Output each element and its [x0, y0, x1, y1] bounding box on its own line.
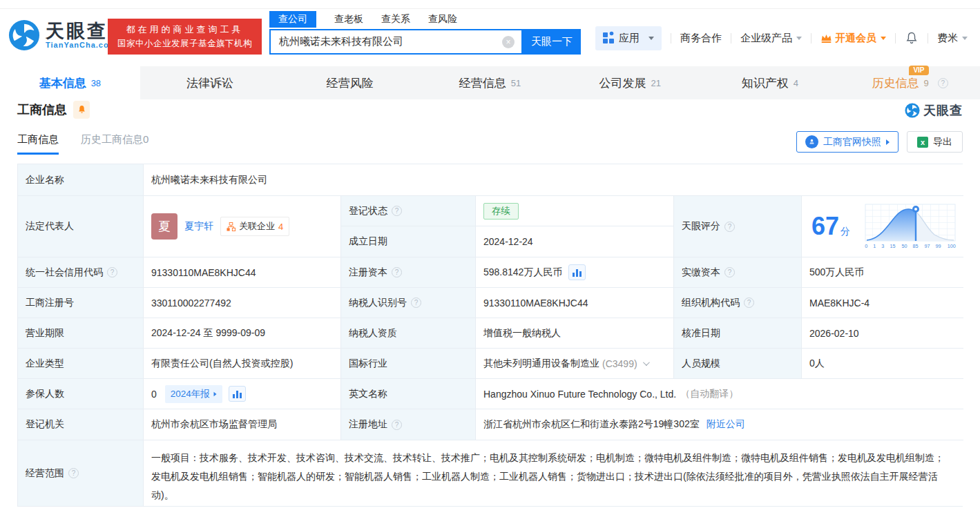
legal-rep-link[interactable]: 夏宇轩 — [184, 220, 213, 233]
top-divider — [0, 8, 980, 9]
taxpayer-id-value: 91330110MAE8KHJC44 — [476, 288, 674, 318]
divider — [671, 33, 671, 43]
help-icon[interactable]: ? — [392, 267, 402, 277]
reg-capital-cell: 598.8142万人民币 — [476, 257, 674, 288]
vip-badge: VIP — [909, 66, 928, 75]
field-label: 注册资本? — [341, 257, 476, 288]
search-input[interactable]: 杭州曦诺未来科技有限公司 × — [269, 29, 523, 55]
org-code-value: MAE8KHJC-4 — [802, 288, 963, 318]
search-tab-risk[interactable]: 查风险 — [428, 11, 457, 28]
help-icon[interactable]: ? — [411, 297, 421, 308]
chevron-down-icon — [962, 37, 968, 40]
insured-chart-icon[interactable] — [229, 386, 246, 402]
tab-operation-info[interactable]: 经营信息 51 — [420, 66, 560, 99]
company-name-value: 杭州曦诺未来科技有限公司 — [144, 164, 963, 196]
tab-basic-info[interactable]: 基本信息 38 — [0, 66, 140, 99]
capital-chart-icon[interactable] — [568, 264, 586, 280]
divider — [811, 33, 811, 43]
help-icon[interactable]: ? — [392, 206, 402, 216]
export-label: 导出 — [933, 136, 952, 148]
tianyancha-logo-icon — [8, 19, 40, 51]
crown-icon — [820, 33, 832, 43]
tab-count: 9 — [924, 78, 929, 88]
help-icon[interactable]: ? — [938, 78, 948, 88]
reg-authority-value: 杭州市余杭区市场监督管理局 — [144, 409, 341, 440]
score-unit: 分 — [840, 226, 850, 237]
tab-intellectual-property[interactable]: 知识产权 4 — [700, 66, 840, 99]
tab-legal-litigation[interactable]: 法律诉讼 — [140, 66, 280, 99]
tab-label: 知识产权 — [742, 75, 789, 91]
auto-translate-note: （自动翻译） — [680, 388, 738, 400]
nav-business-coop[interactable]: 商务合作 — [680, 32, 722, 45]
help-icon[interactable]: ? — [392, 420, 402, 430]
help-icon[interactable]: ? — [724, 222, 735, 232]
help-icon[interactable]: ? — [68, 468, 79, 478]
subtab-business-info[interactable]: 工商信息 — [17, 133, 59, 155]
chevron-down-icon — [881, 37, 886, 40]
business-scope-value: 一般项目：技术服务、技术开发、技术咨询、技术交流、技术转让、技术推广；电机及其控… — [144, 440, 963, 506]
export-button[interactable]: x 导出 — [907, 131, 963, 153]
related-count: 4 — [278, 222, 283, 232]
slogan-line1: 都在用的商业查询工具 — [126, 23, 244, 36]
avatar[interactable]: 夏 — [151, 213, 177, 240]
apps-menu-button[interactable]: 应用 — [595, 26, 662, 50]
tab-count: 21 — [651, 78, 661, 88]
enterprise-label: 企业级产品 — [740, 32, 792, 45]
help-icon[interactable]: ? — [744, 297, 754, 308]
field-label: 注册地址? — [341, 409, 476, 440]
official-snapshot-button[interactable]: 工商官网快照 — [796, 131, 899, 153]
field-label: 登记机关 — [18, 409, 144, 440]
brand-slogan-banner: 都在用的商业查询工具 国家中小企业发展子基金旗下机构 — [108, 19, 262, 55]
reg-number-value: 330110002277492 — [144, 288, 341, 318]
subtab-history-business-info[interactable]: 历史工商信息0 — [81, 133, 148, 155]
annual-report-badge[interactable]: 2024年报 — [165, 385, 222, 403]
field-label: 法定代表人 — [18, 196, 144, 257]
vip-label: 开通会员 — [835, 32, 876, 45]
search-input-value: 杭州曦诺未来科技有限公司 — [279, 35, 502, 48]
reg-address-cell: 浙江省杭州市余杭区仁和街道永泰路2号19幢302室 附近公司 — [476, 409, 963, 440]
search-tab-company[interactable]: 查公司 — [269, 11, 316, 28]
english-name-cell: Hangzhou Xinuo Future Technology Co., Lt… — [476, 379, 963, 409]
page-tab-bar: 基本信息 38 法律诉讼 经营风险 经营信息 51 公司发展 21 知识产权 4… — [0, 66, 980, 99]
tab-history-info[interactable]: 历史信息 VIP 9 ? — [840, 66, 980, 99]
field-label: 工商注册号 — [18, 288, 144, 318]
search-tab-relation[interactable]: 查关系 — [381, 11, 410, 28]
divider — [895, 33, 896, 43]
approval-date-value: 2026-02-10 — [802, 318, 963, 349]
industry-code: (C3499) — [602, 358, 637, 369]
score-cell: 67分 — [802, 196, 963, 257]
notification-bell-icon[interactable] — [905, 31, 919, 45]
nav-enterprise-products[interactable]: 企业级产品 — [740, 32, 802, 45]
excel-icon: x — [917, 137, 928, 148]
nav-open-vip[interactable]: 开通会员 — [820, 32, 886, 45]
help-icon[interactable]: ? — [107, 267, 117, 277]
arrow-right-icon — [213, 391, 216, 396]
divider — [731, 33, 731, 43]
chevron-down-icon[interactable] — [643, 359, 650, 366]
monitor-bell-icon[interactable] — [73, 101, 90, 119]
tab-count: 51 — [511, 78, 521, 88]
staff-size-value: 0人 — [802, 349, 963, 379]
tab-count: 4 — [794, 78, 798, 88]
snapshot-label: 工商官网快照 — [823, 136, 881, 148]
field-label: 营业期限 — [18, 318, 144, 349]
help-icon[interactable]: ? — [724, 267, 735, 277]
tab-operation-risk[interactable]: 经营风险 — [280, 66, 420, 99]
related-companies-badge[interactable]: 关联企业 4 — [220, 217, 289, 236]
arrow-right-icon — [886, 139, 890, 145]
nearby-companies-link[interactable]: 附近公司 — [707, 418, 745, 431]
nav-user-menu[interactable]: 费米 — [937, 32, 968, 45]
search-button[interactable]: 天眼一下 — [523, 29, 581, 55]
score-value: 67 — [811, 212, 839, 240]
clear-icon[interactable]: × — [502, 36, 515, 48]
tab-label: 历史信息 — [872, 77, 919, 90]
tab-company-development[interactable]: 公司发展 21 — [560, 66, 700, 99]
score-distribution-chart: 0131550859799100 — [864, 204, 957, 249]
taxpayer-quality-value: 增值税一般纳税人 — [476, 318, 674, 349]
field-label: 纳税人资质 — [341, 318, 476, 349]
credit-code-value: 91330110MAE8KHJC44 — [144, 257, 341, 288]
search-type-tabs: 查公司 查老板 查关系 查风险 — [269, 11, 581, 28]
search-tab-boss[interactable]: 查老板 — [334, 11, 363, 28]
section-title: 工商信息 — [17, 101, 67, 118]
tianyancha-logo[interactable]: 天眼查 TianYanCha.com — [8, 19, 116, 51]
